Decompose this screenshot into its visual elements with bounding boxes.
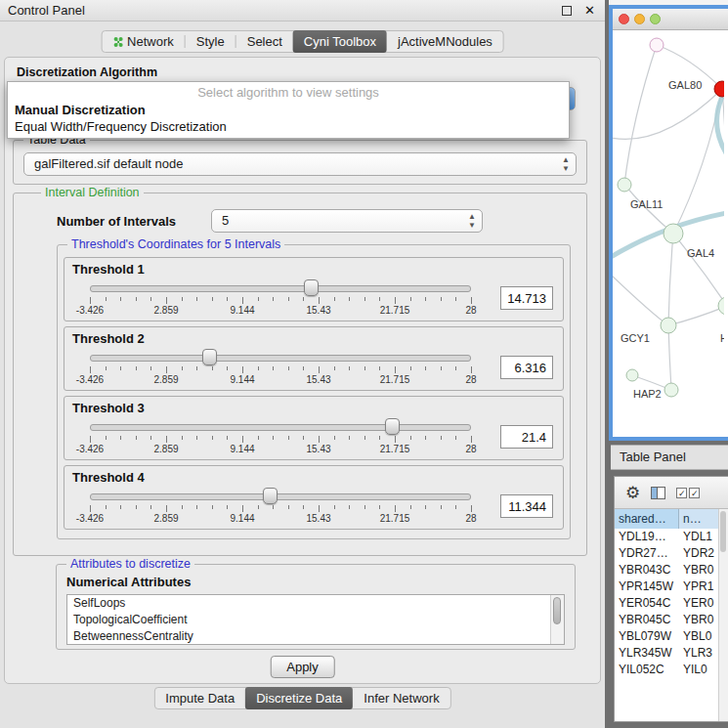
table-data-combobox[interactable]: galFiltered.sif default node ▲▼ [23, 152, 577, 176]
table-panel-title: Table Panel [620, 450, 686, 464]
gear-icon[interactable]: ⚙ [625, 485, 640, 501]
table-row[interactable]: YDL19…YDL1 [615, 529, 728, 545]
threshold-panel: Threshold 2 -3.4262.8599.14415.4321.7152… [64, 326, 564, 391]
float-window-icon[interactable] [562, 6, 572, 16]
table-cell: YDR27… [615, 545, 679, 562]
tick-mark [166, 366, 167, 373]
table-row[interactable]: YLR345WYLR3 [615, 645, 728, 662]
tick-mark [441, 366, 442, 370]
slider-track[interactable] [90, 493, 471, 500]
table-cell: YBL079W [615, 628, 679, 645]
table-row[interactable]: YER054CYER0 [615, 595, 728, 612]
table-column-header[interactable]: shared… [615, 509, 679, 529]
attribute-list-item[interactable]: TopologicalCoefficient [67, 612, 564, 628]
table-row[interactable]: YDR27…YDR2 [615, 545, 728, 562]
dropdown-option[interactable]: Equal Width/Frequency Discretization [8, 118, 569, 135]
slider-thumb[interactable] [385, 418, 400, 435]
tick-mark [455, 297, 456, 301]
tick-mark [303, 297, 304, 301]
threshold-value-field[interactable]: 11.344 [500, 494, 553, 518]
tick-mark [212, 505, 213, 509]
tick-mark [395, 366, 396, 373]
tick-mark [319, 366, 320, 373]
network-edge [668, 325, 671, 390]
tick-mark [90, 366, 91, 373]
checkbox-icon-2[interactable]: ✓ [689, 488, 700, 498]
tab-jactivemnodules[interactable]: jActiveMNodules [387, 31, 503, 52]
scale-label: 2.859 [153, 444, 178, 454]
tab-style[interactable]: Style [186, 31, 236, 52]
table-row[interactable]: YIL052CYIL0 [615, 662, 728, 678]
tick-mark [364, 366, 365, 370]
network-node[interactable] [661, 318, 676, 333]
zoom-window-icon[interactable] [650, 14, 661, 24]
minimize-window-icon[interactable] [634, 14, 645, 24]
close-icon[interactable]: ✕ [584, 4, 595, 17]
apply-button[interactable]: Apply [270, 656, 335, 678]
table-scrollbar-thumb[interactable] [720, 511, 726, 552]
slider-track[interactable] [90, 424, 471, 431]
threshold-value-field[interactable]: 21.4 [500, 425, 553, 449]
tab-select[interactable]: Select [236, 31, 293, 52]
threshold-title: Threshold 3 [72, 401, 555, 415]
tick-mark [288, 366, 289, 370]
tick-mark [212, 436, 213, 440]
network-canvas[interactable]: GAL80GAL11GAL4GCY1HHAP2 [613, 30, 724, 437]
number-of-intervals-spinner[interactable]: 5 ▲▼ [211, 209, 483, 233]
slider-track[interactable] [90, 355, 471, 362]
checkbox-icon[interactable]: ✓ [676, 488, 687, 498]
scale-label: 28 [465, 374, 476, 385]
table-scrollbar[interactable] [718, 509, 728, 721]
network-node[interactable] [718, 297, 724, 315]
table-row[interactable]: YBL079WYBL0 [615, 628, 728, 645]
network-node-label: HAP2 [633, 388, 662, 400]
network-window-titlebar[interactable] [613, 9, 728, 30]
tick-mark [425, 297, 426, 301]
tab-network[interactable]: Network [102, 31, 185, 52]
tab-impute-data[interactable]: Impute Data [154, 688, 245, 708]
threshold-panel: Threshold 3 -3.4262.8599.14415.4321.7152… [64, 396, 564, 460]
combobox-stepper-icon: ▲▼ [562, 155, 570, 173]
tick-mark [182, 297, 183, 301]
table-row[interactable]: YBR043CYBR0 [615, 562, 728, 578]
close-window-icon[interactable] [619, 14, 629, 24]
table-row[interactable]: YBR045CYBR0 [615, 612, 728, 628]
attribute-list-item[interactable]: SelfLoops [67, 595, 564, 612]
network-node[interactable] [650, 38, 664, 52]
scrollbar-thumb[interactable] [553, 597, 561, 624]
table-cell: YDL19… [615, 529, 679, 545]
network-node[interactable] [664, 383, 678, 397]
network-node[interactable] [618, 178, 631, 192]
attribute-list-item[interactable]: BetweennessCentrality [67, 628, 564, 645]
slider-track[interactable] [90, 285, 471, 292]
table-panel-header[interactable]: Table Panel [611, 445, 728, 470]
tick-mark [182, 505, 183, 509]
tick-mark [455, 436, 456, 440]
select-columns-control[interactable]: ✓ ✓ [676, 488, 700, 498]
slider-scale-labels: -3.4262.8599.14415.4321.71528 [90, 444, 471, 454]
numerical-attributes-list[interactable]: SelfLoopsTopologicalCoefficientBetweenne… [66, 594, 565, 645]
tab-discretize-data[interactable]: Discretize Data [245, 687, 353, 709]
tab-cyni-toolbox[interactable]: Cyni Toolbox [293, 30, 387, 53]
table-rows: YDL19…YDL1YDR27…YDR2YBR043CYBR0YPR145WYP… [615, 529, 728, 678]
network-node[interactable] [626, 369, 638, 381]
tab-infer-network[interactable]: Infer Network [353, 688, 450, 708]
list-scrollbar[interactable] [550, 595, 564, 644]
slider-thumb[interactable] [263, 488, 278, 504]
tick-mark [136, 505, 137, 509]
slider-thumb[interactable] [304, 279, 319, 296]
scale-label: 9.144 [230, 374, 254, 385]
tick-mark [150, 366, 151, 370]
tick-mark [425, 436, 426, 440]
network-node-label: GAL11 [630, 198, 663, 210]
threshold-value-field[interactable]: 6.316 [500, 356, 553, 379]
dropdown-option[interactable]: Manual Discretization [8, 102, 569, 118]
tick-mark [90, 436, 91, 443]
network-node[interactable] [664, 224, 683, 243]
slider-thumb[interactable] [202, 349, 217, 365]
columns-icon[interactable] [651, 487, 665, 499]
threshold-value-field[interactable]: 14.713 [500, 286, 553, 310]
table-row[interactable]: YPR145WYPR1 [615, 578, 728, 595]
slider-ticks [90, 436, 471, 443]
tick-mark [227, 366, 228, 370]
